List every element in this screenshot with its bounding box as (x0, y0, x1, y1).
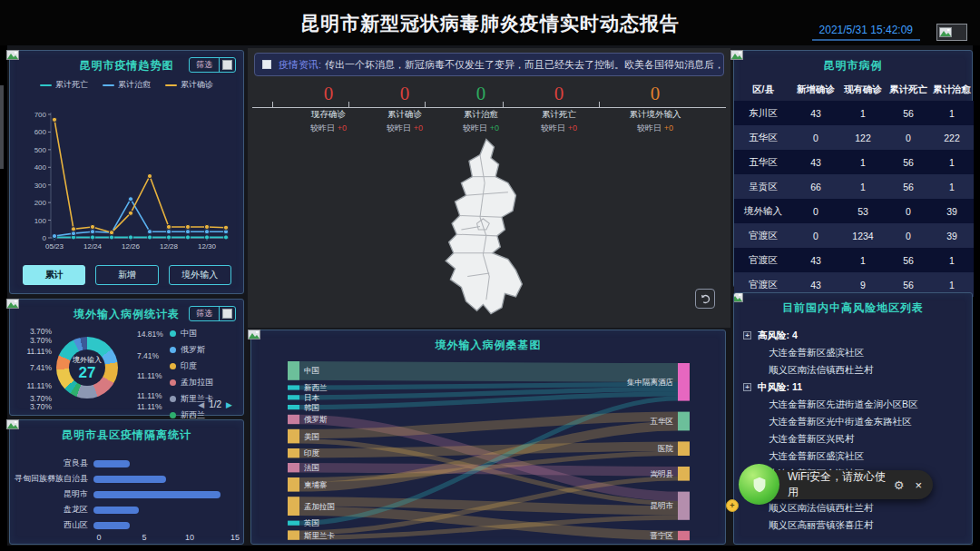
legend-item[interactable]: 累计确诊 (165, 79, 213, 91)
risk-area-item: 顺义区南法信镇西杜兰村 (734, 499, 972, 517)
table-cell: 1 (930, 174, 974, 199)
filter-label: 筛选 (190, 307, 220, 320)
table-cell: 五华区 (734, 125, 792, 150)
map-reset-button[interactable] (695, 289, 715, 309)
sankey-node[interactable] (288, 477, 299, 492)
stat-delta-label: 较昨日 (541, 123, 568, 133)
undo-icon (700, 293, 711, 305)
legend-item[interactable]: 累计治愈 (103, 79, 151, 91)
wifi-shield-icon: + (739, 464, 779, 505)
news-ticker: 疫情资讯: 传出一个坏消息，新冠病毒不仅发生了变异，而且已经失去了控制。欧美各国… (254, 53, 724, 76)
legend-dot (170, 412, 176, 418)
close-icon[interactable]: × (915, 478, 922, 492)
risk-area-item: 大连金普新区先进街道金润小区B区 (734, 396, 972, 413)
bar-category-label: 盘龙区 (10, 504, 93, 516)
table-cell: 53 (839, 199, 887, 223)
svg-text:美国: 美国 (304, 432, 319, 441)
prev-page-arrow[interactable]: ◀ (198, 400, 204, 409)
table-column-header: 新增确诊 (792, 79, 839, 101)
table-cell: 1 (839, 248, 887, 272)
stat-累计死亡: 0累计死亡较昨日 +0 (509, 82, 609, 134)
legend-item[interactable]: 累计死亡 (40, 79, 88, 91)
table-cell: 0 (792, 223, 839, 248)
sankey-node[interactable] (288, 429, 299, 444)
next-page-arrow[interactable]: ▶ (226, 400, 232, 409)
table-cell: 0 (887, 223, 930, 248)
map-outline[interactable] (446, 139, 522, 313)
legend-label: 俄罗斯 (181, 344, 205, 356)
sankey-node[interactable] (288, 395, 299, 399)
trend-tab-新增[interactable]: 新增 (95, 265, 158, 285)
table-cell: 东川区 (734, 101, 792, 125)
table-cell: 官渡区 (734, 223, 792, 248)
svg-text:12/24: 12/24 (83, 242, 103, 251)
sankey-node[interactable] (678, 441, 690, 456)
legend-dot (170, 379, 176, 386)
bar[interactable] (93, 491, 220, 498)
sankey-node[interactable] (288, 405, 299, 409)
bar[interactable] (93, 460, 130, 467)
sankey-node[interactable] (678, 467, 690, 481)
sankey-node[interactable] (288, 448, 299, 458)
bar[interactable] (93, 507, 139, 514)
donut-percent-label: 14.81% (137, 330, 163, 339)
stat-value: 0 (509, 82, 609, 105)
stats-axis-tick (425, 102, 426, 107)
tree-expander-icon[interactable]: + (743, 383, 751, 391)
table-cell: 43 (792, 101, 839, 125)
sankey-node[interactable] (288, 497, 299, 516)
page-indicator: 1/2 (209, 399, 221, 409)
settings-gear-icon[interactable]: ⚙ (894, 478, 905, 492)
kunming-map[interactable] (413, 136, 569, 323)
donut-legend-item[interactable]: 印度 (170, 358, 213, 374)
table-cell: 43 (792, 150, 839, 174)
table-column-header: 累计治愈 (930, 79, 974, 101)
tree-expander-icon[interactable]: + (743, 331, 751, 339)
sankey-node[interactable] (288, 385, 299, 389)
donut-percent-label: 3.70% (15, 402, 52, 411)
sankey-node[interactable] (678, 492, 690, 520)
table-row: 官渡区01234039 (734, 223, 974, 248)
table-row: 呈贡区661561 (734, 174, 974, 199)
svg-text:俄罗斯: 俄罗斯 (304, 415, 328, 424)
donut-legend-item[interactable]: 中国 (170, 325, 213, 341)
table-column-header: 现有确诊 (839, 79, 887, 101)
broken-image-button[interactable] (936, 24, 967, 41)
donut-legend-item[interactable]: 孟加拉国 (170, 374, 213, 390)
stats-axis-tick (272, 102, 273, 107)
table-header-row: 区/县新增确诊现有确诊累计死亡累计治愈 (734, 79, 974, 101)
table-cell: 43 (792, 248, 839, 272)
sankey-node[interactable] (288, 521, 299, 526)
table-cell: 1 (930, 101, 974, 125)
table-cell: 0 (792, 125, 839, 150)
broken-image-icon (733, 292, 743, 306)
bar[interactable] (93, 522, 130, 529)
donut-center-value: 27 (79, 365, 96, 381)
panel-trend: 昆明市疫情趋势图 筛选 累计死亡累计治愈累计确诊 010020030040050… (9, 50, 244, 294)
donut-legend-item[interactable]: 俄罗斯 (170, 341, 213, 358)
svg-text:法国: 法国 (304, 463, 319, 472)
broken-image-icon (248, 327, 260, 343)
table-cell: 56 (887, 248, 930, 272)
panel-risk-list: 目前国内中高风险地区列表 +高风险: 4大连金普新区盛滨社区顺义区南法信镇西杜兰… (733, 292, 973, 545)
stat-delta-value: +0 (568, 123, 577, 133)
filter-button[interactable]: 筛选 (189, 57, 236, 73)
filter-button[interactable]: 筛选 (189, 306, 236, 321)
donut-percent-label: 7.41% (137, 351, 159, 360)
bar-row: 寻甸回族彝族自治县 (10, 471, 243, 487)
x-tick-label: 10 (185, 533, 194, 542)
sankey-node[interactable] (678, 363, 690, 401)
panel-sankey: 境外输入病例桑基图 中国新西兰日本韩国俄罗斯美国印度法国柬埔寨孟加拉国英国斯里兰… (250, 330, 726, 545)
trend-tab-累计[interactable]: 累计 (23, 265, 85, 285)
sankey-node[interactable] (288, 463, 299, 472)
sankey-node[interactable] (678, 412, 690, 431)
bar[interactable] (93, 476, 166, 483)
table-cell: 222 (930, 125, 974, 150)
sankey-node[interactable] (678, 531, 690, 540)
sankey-node[interactable] (288, 361, 299, 380)
trend-tab-境外输入[interactable]: 境外输入 (169, 265, 231, 285)
donut-percent-label: 11.11% (137, 391, 162, 400)
sankey-node[interactable] (288, 415, 299, 424)
sankey-node[interactable] (288, 530, 299, 539)
edge-strip (0, 85, 4, 169)
